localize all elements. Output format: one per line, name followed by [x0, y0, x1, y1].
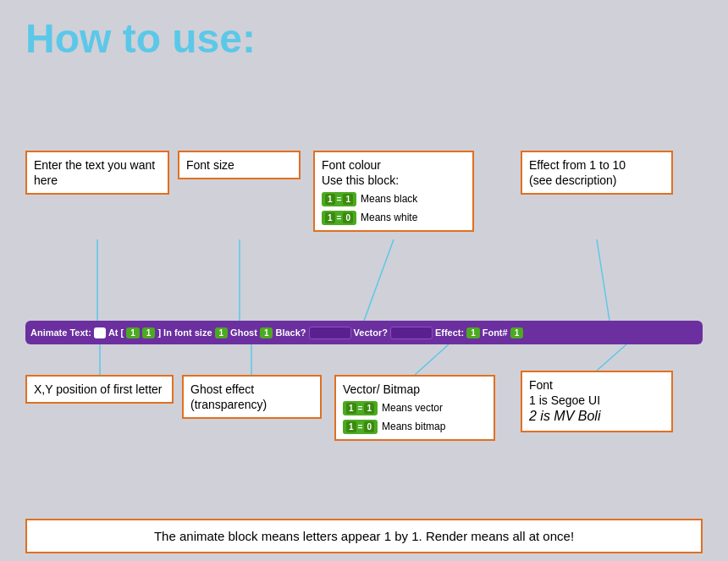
connector-lines — [0, 70, 728, 555]
font-size-box: Font size — [178, 151, 301, 179]
xy-box: X,Y position of first letter — [25, 375, 174, 404]
svg-line-2 — [364, 239, 394, 321]
eq-block-vector: 1 = 1 — [343, 401, 378, 415]
text-input-box: Enter the text you want here — [25, 151, 169, 195]
vector-label: Vector? — [354, 327, 388, 338]
ghost-box: Ghost effect (transparency) — [182, 375, 322, 419]
eq-block-white: 1 = 0 — [322, 211, 356, 225]
svg-line-7 — [597, 344, 626, 371]
num-1a: 1 — [126, 327, 140, 338]
animate-label: Animate Text: — [30, 327, 91, 338]
vector-colour-row: 1 = 1 Means vector — [343, 401, 487, 415]
page-title: How to use: — [0, 0, 728, 70]
effect-box: Effect from 1 to 10 (see description) — [521, 151, 673, 195]
black-label: Black? — [275, 327, 306, 338]
black-colour-row: 1 = 1 Means black — [322, 192, 466, 206]
font-colour-box: Font colour Use this block: 1 = 1 Means … — [313, 151, 474, 232]
svg-line-3 — [597, 239, 609, 321]
vector-box: Vector/ Bitmap 1 = 1 Means vector 1 = 0 … — [334, 375, 495, 441]
num-1e: 1 — [466, 327, 480, 338]
main-area: Enter the text you want here Font size F… — [0, 70, 728, 555]
bitmap-colour-row: 1 = 0 Means bitmap — [343, 420, 487, 434]
font-box: Font 1 is Segoe UI 2 is MV Boli — [521, 371, 673, 432]
ghost-label: Ghost — [230, 327, 257, 338]
font-label: Font# — [483, 327, 508, 338]
effect-label: Effect: — [435, 327, 464, 338]
eq-block-black: 1 = 1 — [322, 192, 356, 206]
white-colour-row: 1 = 0 Means white — [322, 211, 466, 225]
num-1c: 1 — [215, 327, 229, 338]
num-1f: 1 — [510, 327, 524, 338]
num-1b: 1 — [142, 327, 156, 338]
num-1d: 1 — [260, 327, 273, 338]
animate-bar: Animate Text: At [ 1 1 ] In font size 1 … — [25, 321, 703, 344]
font-italic-note: 2 is MV Boli — [529, 409, 600, 423]
bottom-info-box: The animate block means letters appear 1… — [25, 519, 703, 553]
eq-block-bitmap: 1 = 0 — [343, 420, 378, 434]
svg-line-6 — [415, 344, 449, 375]
